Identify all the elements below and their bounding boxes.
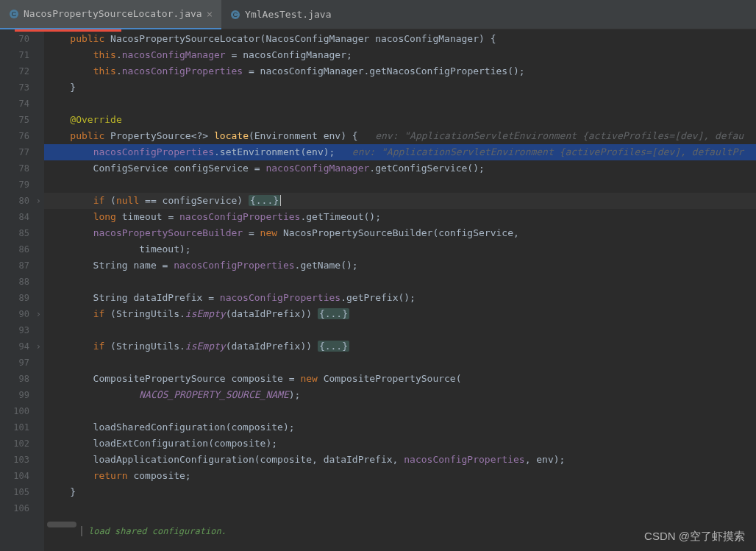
code-line[interactable]: this.nacosConfigProperties = nacosConfig… (44, 63, 756, 79)
line-number[interactable]: 90 (0, 306, 44, 322)
line-number[interactable]: 84 (0, 209, 44, 225)
line-number[interactable]: 106 (0, 500, 44, 516)
code-line-highlighted[interactable]: nacosConfigProperties.setEnvironment(env… (44, 144, 756, 160)
horizontal-scrollbar[interactable] (47, 522, 76, 527)
line-number[interactable]: 88 (0, 274, 44, 290)
code-area[interactable]: public NacosPropertySourceLocator(NacosC… (44, 29, 756, 551)
code-line-current[interactable]: if (null == configService) {...} (44, 193, 756, 209)
line-number[interactable]: 105 (0, 484, 44, 500)
code-line[interactable]: if (StringUtils.isEmpty(dataIdPrefix)) {… (44, 338, 756, 355)
line-number[interactable]: 100 (0, 403, 44, 419)
code-line[interactable]: @Override (44, 112, 756, 128)
line-number[interactable]: 104 (0, 468, 44, 484)
close-icon[interactable]: × (207, 8, 213, 20)
code-line[interactable] (44, 355, 756, 371)
code-line[interactable]: NACOS_PROPERTY_SOURCE_NAME); (44, 387, 756, 403)
watermark: CSDN @空了虾摸索 (644, 530, 745, 544)
code-fold[interactable]: {...} (249, 195, 280, 206)
tab-file[interactable]: C YmlAesTest.java (221, 0, 340, 29)
svg-text:C: C (233, 11, 238, 18)
code-line[interactable]: CompositePropertySource composite = new … (44, 371, 756, 387)
line-number[interactable]: 98 (0, 371, 44, 387)
code-line[interactable]: ConfigService configService = nacosConfi… (44, 160, 756, 177)
line-number[interactable]: 102 (0, 436, 44, 452)
line-number[interactable]: 101 (0, 419, 44, 436)
code-line[interactable]: if (StringUtils.isEmpty(dataIdPrefix)) {… (44, 306, 756, 322)
line-number[interactable]: 85 (0, 225, 44, 241)
code-fold[interactable]: {...} (318, 308, 349, 319)
line-number[interactable]: 77 (0, 144, 44, 160)
code-line[interactable]: public PropertySource<?> locate(Environm… (44, 128, 756, 144)
line-number[interactable]: 93 (0, 322, 44, 338)
line-number[interactable]: 75 (0, 112, 44, 128)
line-number[interactable]: 87 (0, 257, 44, 274)
line-number[interactable]: 79 (0, 177, 44, 193)
code-line[interactable]: } (44, 484, 756, 500)
tab-bar: C NacosPropertySourceLocator.java × C Ym… (0, 0, 756, 29)
svg-text:C: C (12, 10, 17, 18)
line-number[interactable]: 103 (0, 452, 44, 468)
gutter[interactable]: 70 71 72 73 74 75 76 77 78 79 80 84 85 8… (0, 29, 44, 551)
code-line[interactable] (44, 403, 756, 419)
code-line[interactable]: } (44, 79, 756, 96)
code-line[interactable]: loadExtConfiguration(composite); (44, 436, 756, 452)
tab-label: NacosPropertySourceLocator.java (24, 8, 202, 19)
code-fold[interactable]: {...} (318, 341, 349, 352)
line-number[interactable]: 71 (0, 47, 44, 63)
line-number[interactable]: 89 (0, 290, 44, 306)
code-line[interactable]: long timeout = nacosConfigProperties.get… (44, 209, 756, 225)
line-number[interactable]: 76 (0, 128, 44, 144)
line-number[interactable]: 74 (0, 96, 44, 112)
java-class-icon: C (9, 9, 19, 19)
line-number[interactable]: 70 (0, 31, 44, 47)
line-number[interactable]: 72 (0, 63, 44, 79)
code-line[interactable]: this.nacosConfigManager = nacosConfigMan… (44, 47, 756, 63)
code-line[interactable]: String name = nacosConfigProperties.getN… (44, 257, 756, 274)
annotation-underline (15, 29, 121, 32)
code-line[interactable] (44, 274, 756, 290)
line-number[interactable]: 94 (0, 338, 44, 355)
code-line[interactable] (44, 177, 756, 193)
code-line[interactable]: public NacosPropertySourceLocator(NacosC… (44, 31, 756, 47)
code-line[interactable] (44, 500, 756, 516)
line-number[interactable]: 80 (0, 193, 44, 209)
line-number[interactable]: 97 (0, 355, 44, 371)
code-line[interactable]: loadSharedConfiguration(composite); (44, 419, 756, 436)
code-line[interactable] (44, 96, 756, 112)
code-line[interactable]: return composite; (44, 468, 756, 484)
tab-label: YmlAesTest.java (245, 9, 331, 20)
code-line[interactable]: String dataIdPrefix = nacosConfigPropert… (44, 290, 756, 306)
code-line[interactable]: nacosPropertySourceBuilder = new NacosPr… (44, 225, 756, 241)
code-line[interactable]: loadApplicationConfiguration(composite, … (44, 452, 756, 468)
line-number[interactable]: 86 (0, 241, 44, 257)
doc-hint: load shared configuration. (81, 526, 227, 536)
line-number[interactable]: 99 (0, 387, 44, 403)
editor: 70 71 72 73 74 75 76 77 78 79 80 84 85 8… (0, 29, 756, 551)
code-line[interactable] (44, 322, 756, 338)
line-number[interactable]: 73 (0, 79, 44, 96)
tab-active-file[interactable]: C NacosPropertySourceLocator.java × (0, 0, 221, 29)
code-line[interactable]: timeout); (44, 241, 756, 257)
line-number[interactable]: 78 (0, 160, 44, 177)
java-class-icon: C (230, 10, 240, 20)
